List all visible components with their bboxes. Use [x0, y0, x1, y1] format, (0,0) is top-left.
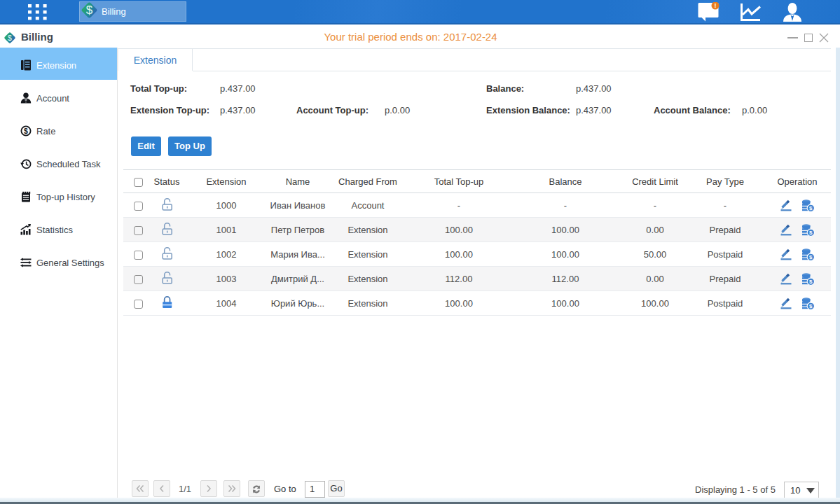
- svg-text:!: !: [715, 2, 717, 9]
- svg-text:$: $: [24, 126, 28, 134]
